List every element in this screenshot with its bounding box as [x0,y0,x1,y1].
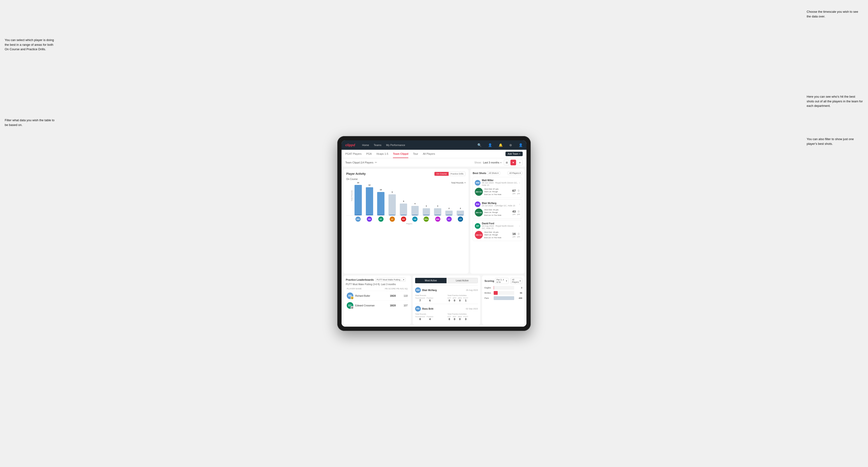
dropdown-arrow-icon[interactable]: ▾ [500,161,501,164]
table-view-button[interactable]: ≡ [517,160,523,165]
scoring-bar-row: Birdies 96 [485,291,522,295]
shot-info: Shot Dist: 67 yds Start Lie: Rough End L… [484,188,511,196]
add-team-button[interactable]: Add Team + [505,152,523,156]
bar: 5 [400,204,407,215]
tab-least-active[interactable]: Least Active [446,278,478,283]
bar-value-label: 13 [357,182,359,184]
scoring-filter2[interactable]: All Players ▾ [510,278,522,284]
nav-bar: clippd Home Teams My Performance 🔍 👤 🔔 ⊕… [342,140,526,150]
tab-all-players[interactable]: All Players [423,150,435,158]
player-name: Blair McHarg [482,202,518,205]
users-icon[interactable]: 👤 [488,143,492,147]
scoring-bar [494,291,498,295]
lb-title: Practice Leaderboards [346,278,374,281]
lb-col-avg: PB AVG SQ [396,287,408,290]
bell-icon[interactable]: 🔔 [499,143,503,147]
scoring-filter2-label: All Players [512,279,519,283]
nav-item-teams[interactable]: Teams [374,143,381,148]
y-axis-label: Total Rounds [351,190,353,201]
player-date: 23 Jul 2023 · Ashridge GC, Hole 15 [482,205,518,207]
tablet-frame: clippd Home Teams My Performance 🔍 👤 🔔 ⊕… [337,136,531,331]
annotation-right-bottom: You can also filter to show just one pla… [807,137,863,146]
show-value[interactable]: Last 3 months [483,161,499,164]
avatar-col: MM [432,217,443,222]
tab-hcaps[interactable]: Hcaps 1-5 [376,150,388,158]
apc-gtt-value: 0 [447,318,451,320]
lb-filter-arrow: ▾ [403,279,404,281]
apc-practice: Practice 6 [427,297,433,302]
all-shots-filter[interactable]: All Shots ▾ [487,171,500,175]
bar-blue-line [446,215,452,215]
nav-item-home[interactable]: Home [362,143,369,148]
tab-pgat-players[interactable]: PGAT Players [345,150,362,158]
lb-col-name: PLAYER NAME [347,287,384,290]
apc-putt-value: 1 [463,299,468,302]
chevron-right-icon: › [519,224,520,228]
avatar: RBu [424,217,429,222]
main-content: Player Activity On Course Practice Drill… [342,167,526,276]
player-activity-panel: Player Activity On Course Practice Drill… [343,169,468,274]
apc-practice-label: Practice [427,316,433,318]
shot-card[interactable]: DF David Ford 24 Aug 2023 · Royal North … [473,220,522,241]
best-shots-title: Best Shots [473,172,486,175]
all-players-label: All Players [509,172,519,174]
apc-stats: Total Rounds Tournament 7 Practice 6 Tot… [415,294,478,302]
shot-card[interactable]: MM Matt Miller 09 Jun 2023 · Royal North… [473,177,522,198]
chart-filter-arrow[interactable]: ▾ [464,181,466,184]
avatar-col: RBu [421,217,431,222]
toggle-practice-drills[interactable]: Practice Drills [448,172,465,176]
apc-tournament-value: 7 [415,299,425,302]
scoring-title: Scoring [485,280,494,282]
section-label: On Course [346,178,466,181]
grid-view-button[interactable]: ⊞ [504,160,509,165]
shot-card[interactable]: BM Blair McHarg 23 Jul 2023 · Ashridge G… [473,199,522,219]
toggle-on-course[interactable]: On Course [434,172,448,176]
search-icon[interactable]: 🔍 [477,143,482,147]
all-players-filter[interactable]: All Players ▾ [507,171,522,175]
lb-pb-avg: 107 [396,304,408,307]
scoring-filter1[interactable]: Par 3, 4 & 5s ▾ [495,278,508,284]
shot-badge: 200 SG [475,188,483,196]
scoring-bar-container [494,296,514,300]
avatar: LR [458,217,463,222]
tab-most-active[interactable]: Most Active [415,278,446,283]
list-view-button[interactable]: ♥ [510,160,516,165]
lb-columns: PLAYER NAME PB SCORE PB AVG SQ [346,287,408,290]
bar-col: 3 [432,185,443,215]
bar-col: 13 [353,185,363,215]
annotation-left-bottom: Filter what data you wish the table to b… [5,118,57,127]
apc-gtt: GTT 0 [447,316,451,320]
apc-date: 26 Aug 2023 [466,289,478,291]
apc-practice-label: Practice [427,297,433,299]
apc-activities-cols: GTT 0 APP 0 ARG 0 PUTT 1 [447,297,478,302]
active-players: BM Blair McHarg 26 Aug 2023 Total Rounds… [415,285,478,322]
avatar-col: JC [387,217,398,222]
tab-pga[interactable]: PGA [366,150,372,158]
apc-gtt-value: 0 [447,299,451,302]
bar: 2 [445,211,453,215]
player-info: Blair McHarg 23 Jul 2023 · Ashridge GC, … [482,202,518,207]
lb-filter[interactable]: PUTT Must Make Putting ... ▾ [375,278,406,282]
leaderboard-panel: Practice Leaderboards PUTT Must Make Put… [343,276,411,325]
all-players-arrow: ▾ [520,172,521,174]
scoring-row-label: Birdies [485,292,493,294]
profile-icon[interactable]: 👤 [519,143,523,147]
lb-col-pb: PB SCORE [384,287,396,290]
apc-arg-label: ARG [458,297,462,299]
nav-item-performance[interactable]: My Performance [386,143,405,148]
apc-tournament: Tournament 8 [415,316,425,320]
tab-tour[interactable]: Tour [413,150,418,158]
edit-icon[interactable]: ✏ [375,161,377,164]
bar-col: 10 [375,185,386,215]
bar-value-label: 9 [392,191,393,193]
bar-value-label: 5 [403,200,404,203]
avatar: EC [446,217,452,222]
apc-arg: ARG 0 [458,316,462,320]
bar: 2 [457,211,464,215]
plus-circle-icon[interactable]: ⊕ [509,143,512,147]
apc-activities-label: Total Practice Activities [447,294,478,297]
tab-team-clippd[interactable]: Team Clippd [393,150,408,158]
chart-controls: Total Rounds ▾ [346,181,466,184]
active-player-card: RB Rees Britt 02 Sep 2023 Total Rounds T… [415,304,478,322]
bar-blue-line [423,215,429,215]
